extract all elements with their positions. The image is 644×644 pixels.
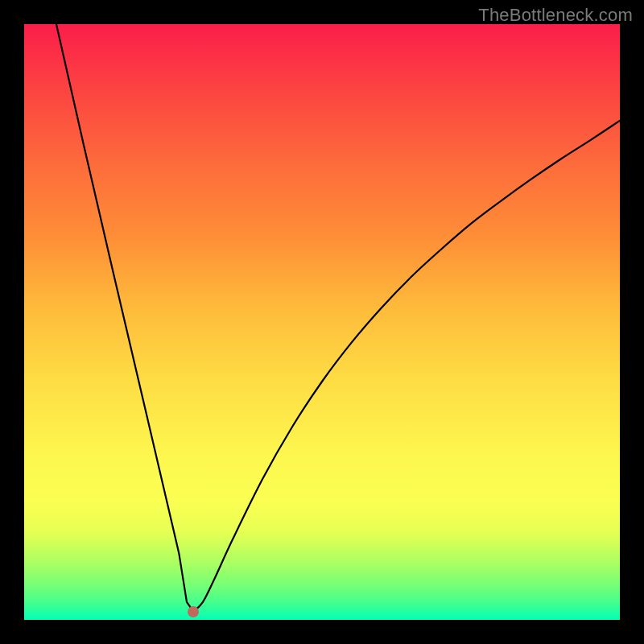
- chart-window: TheBottleneck.com: [0, 0, 644, 644]
- bottleneck-curve: [24, 24, 620, 620]
- minimum-marker: [188, 606, 199, 617]
- plot-area: [24, 24, 620, 620]
- watermark-text: TheBottleneck.com: [478, 5, 633, 26]
